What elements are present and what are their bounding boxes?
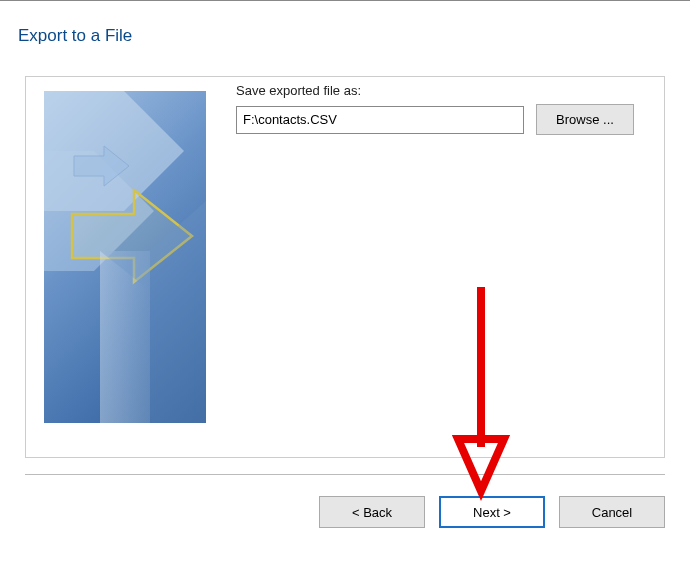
export-dialog: Export to a File	[0, 0, 690, 563]
wizard-illustration	[44, 91, 206, 423]
save-as-label: Save exported file as:	[236, 83, 646, 98]
form-area: Save exported file as: Browse ...	[236, 83, 646, 135]
next-button[interactable]: Next >	[439, 496, 545, 528]
separator	[25, 474, 665, 475]
dialog-title: Export to a File	[18, 26, 132, 46]
export-arrow-icon	[44, 91, 206, 423]
browse-button[interactable]: Browse ...	[536, 104, 634, 135]
file-path-input[interactable]	[236, 106, 524, 134]
file-input-row: Browse ...	[236, 104, 646, 135]
back-button[interactable]: < Back	[319, 496, 425, 528]
dialog-content: Save exported file as: Browse ...	[25, 76, 665, 458]
button-bar: < Back Next > Cancel	[319, 496, 665, 528]
cancel-button[interactable]: Cancel	[559, 496, 665, 528]
